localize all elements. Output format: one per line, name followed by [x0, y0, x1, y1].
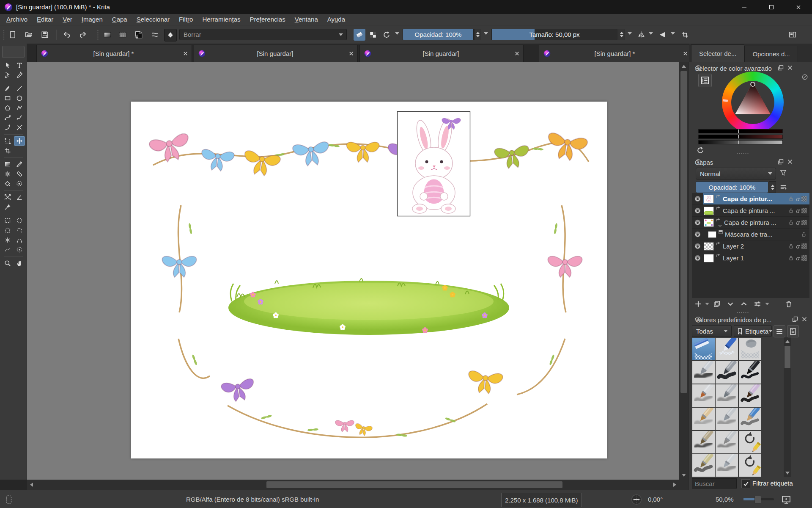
layer-opacity-slider[interactable]: Opacidad: 100% — [696, 181, 768, 193]
move-layer-up-button[interactable] — [738, 298, 750, 309]
selection-shape-icon[interactable] — [4, 490, 14, 508]
wraparound-mode-button[interactable] — [679, 29, 691, 41]
layer-body[interactable]: Layer 2α — [703, 240, 809, 252]
delete-layer-button[interactable] — [783, 298, 795, 309]
float-panel-icon[interactable] — [792, 316, 798, 323]
canvas-dimensions[interactable]: 2.250 x 1.688 (100,8 MiB) — [501, 493, 582, 507]
menu-imagen[interactable]: Imagen — [77, 14, 107, 25]
workspace-chooser-button[interactable] — [787, 29, 798, 41]
tool-bezier[interactable] — [2, 113, 13, 122]
scroll-right-icon[interactable] — [673, 483, 676, 487]
pattern-chooser-button[interactable] — [117, 29, 129, 41]
tool-magnetic-select[interactable] — [14, 235, 25, 245]
alpha-lock-icon[interactable]: α — [796, 207, 800, 214]
choices-button[interactable] — [149, 29, 161, 41]
panel-lock-icon[interactable] — [695, 65, 702, 72]
brush-preset-ink-pen[interactable] — [738, 361, 762, 384]
chevron-down-icon[interactable] — [705, 303, 709, 305]
tool-assistants[interactable] — [2, 193, 13, 202]
brush-preset-chip[interactable] — [164, 29, 177, 41]
chevron-down-icon[interactable] — [765, 303, 769, 305]
size-spinner[interactable] — [618, 29, 625, 40]
layer-body[interactable]: Máscara de tra... — [703, 229, 809, 240]
tool-brush[interactable] — [2, 84, 13, 93]
close-tab-icon[interactable] — [345, 50, 357, 57]
bar-handle[interactable] — [738, 135, 739, 139]
tool-fill[interactable] — [2, 179, 13, 188]
brush-preset-pen-orange-band[interactable] — [692, 384, 715, 407]
tool-rect[interactable] — [2, 94, 13, 103]
tool-text[interactable] — [14, 61, 25, 70]
inherit-alpha-icon[interactable] — [801, 243, 807, 249]
toolbar-grip[interactable] — [3, 30, 5, 40]
tool-pattern[interactable] — [2, 169, 13, 179]
zoom-slider-thumb[interactable] — [754, 496, 761, 504]
close-tab-icon[interactable] — [179, 50, 192, 57]
presets-scroll-thumb[interactable] — [785, 346, 790, 368]
tool-pan[interactable] — [14, 259, 25, 268]
tool-dynamic-brush[interactable] — [2, 123, 13, 132]
tool-ellipse-select[interactable] — [14, 216, 25, 225]
brush-preset-pencil-tan[interactable] — [692, 407, 715, 431]
fit-screen-icon[interactable] — [782, 490, 791, 508]
layer-body[interactable]: Capa de pintura ...α — [703, 205, 809, 216]
no-color-icon[interactable] — [801, 74, 808, 80]
layer-properties-button[interactable] — [752, 298, 763, 309]
color-bar-hue[interactable] — [698, 129, 783, 133]
menu-capa[interactable]: Capa — [107, 14, 132, 25]
float-panel-icon[interactable] — [777, 64, 784, 71]
menu-archivo[interactable]: Archivo — [2, 14, 32, 25]
menu-seleccionar[interactable]: Seleccionar — [132, 14, 174, 25]
layer-visibility-icon[interactable] — [692, 243, 703, 250]
opacity-spinner[interactable] — [474, 29, 481, 40]
panel-resize-grip[interactable] — [736, 312, 749, 313]
alpha-lock-icon[interactable]: α — [796, 254, 800, 262]
save-button[interactable] — [39, 29, 51, 41]
layer-body[interactable]: Layer 1α — [703, 252, 809, 264]
bunny-layer[interactable] — [398, 112, 470, 216]
chevron-down-icon[interactable] — [395, 32, 399, 35]
rotation-value[interactable]: 0,00° — [648, 490, 663, 508]
zoom-value[interactable]: 50,0% — [716, 490, 734, 508]
canvas-viewport[interactable] — [27, 62, 679, 480]
layer-row-2[interactable]: Capa de pintura ...α — [692, 205, 809, 217]
layer-visibility-icon[interactable] — [692, 254, 703, 262]
inherit-alpha-icon[interactable] — [801, 208, 807, 213]
chevron-down-icon[interactable] — [628, 32, 632, 35]
brush-preset-pen-medium[interactable] — [715, 384, 738, 407]
layer-lock-icon[interactable] — [801, 231, 807, 237]
canvas-vertical-scrollbar[interactable] — [679, 62, 689, 480]
color-bar-saturation[interactable] — [698, 135, 783, 139]
menu-herramientas[interactable]: Herramientas — [198, 14, 245, 25]
opacity-slider[interactable]: Opacidad: 100% — [403, 29, 474, 40]
document-tab-3[interactable]: [Sin guardar] — [359, 45, 524, 62]
tool-sampler[interactable] — [14, 160, 25, 169]
brush-preset-airbrush-soft[interactable] — [692, 361, 715, 384]
tool-freehand-select[interactable] — [14, 226, 25, 235]
tool-polygon[interactable] — [2, 103, 13, 113]
minimize-button[interactable] — [731, 0, 758, 14]
menu-preferencias[interactable]: Preferencias — [245, 14, 290, 25]
document-tab-1[interactable]: [Sin guardar] * — [36, 45, 192, 62]
layer-visibility-icon[interactable] — [692, 207, 703, 214]
brush-preset-reload-presets[interactable] — [738, 431, 762, 454]
maximize-button[interactable] — [758, 0, 785, 14]
menu-editar[interactable]: Editar — [32, 14, 58, 25]
size-slider[interactable]: Tamaño: 50,00 px — [491, 29, 617, 40]
scroll-down-icon[interactable] — [682, 474, 686, 477]
canvas-document[interactable] — [131, 102, 607, 458]
layer-visibility-icon[interactable] — [692, 219, 703, 226]
float-panel-icon[interactable] — [777, 158, 784, 165]
inherit-alpha-icon[interactable] — [801, 196, 807, 202]
tool-calligraphy[interactable] — [14, 70, 25, 80]
brush-preset-combo[interactable]: Borrar — [179, 29, 347, 40]
chevron-down-icon[interactable] — [649, 32, 653, 35]
tag-combo[interactable]: Etiqueta — [734, 325, 772, 337]
tool-crop[interactable] — [2, 146, 13, 155]
layer-body[interactable]: Capa de pintur...α — [703, 193, 809, 204]
scroll-down-icon[interactable] — [785, 472, 790, 475]
alpha-lock-icon[interactable]: α — [796, 195, 800, 202]
detail-view-button[interactable] — [787, 325, 799, 337]
color-triangle[interactable] — [722, 72, 784, 133]
tool-zoom[interactable] — [2, 259, 13, 268]
